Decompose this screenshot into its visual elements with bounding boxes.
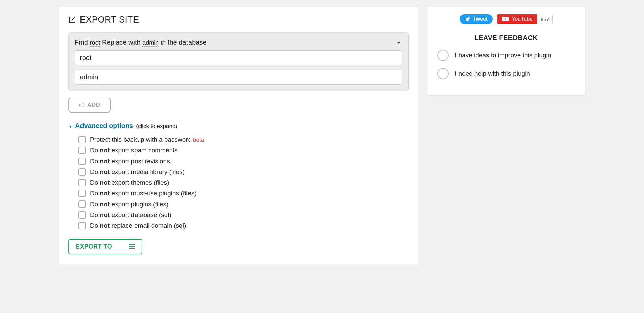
twitter-icon [465, 17, 471, 22]
chevron-down-icon[interactable] [395, 39, 402, 46]
advanced-option: Do not replace email domain (sql) [78, 220, 409, 231]
checkbox[interactable] [78, 179, 86, 186]
main-panel: EXPORT SITE Find root Replace with admin… [59, 7, 418, 264]
advanced-option: Do not export must-use plugins (files) [78, 188, 409, 199]
youtube-button[interactable]: YouTube [497, 14, 537, 24]
export-to-button[interactable]: EXPORT TO [68, 239, 142, 254]
find-replace-panel: Find root Replace with admin in the data… [68, 32, 409, 91]
checkbox[interactable] [78, 222, 86, 229]
option-label: Do not export media library (files) [90, 168, 185, 176]
feedback-options: I have ideas to improve this pluginI nee… [437, 50, 575, 79]
advanced-option: Do not export media library (files) [78, 167, 409, 177]
feedback-option[interactable]: I have ideas to improve this plugin [437, 50, 575, 61]
option-label: Do not replace email domain (sql) [90, 222, 186, 229]
youtube-count: 957 [537, 15, 553, 24]
advanced-option: Do not export themes (files) [78, 177, 409, 188]
checkbox[interactable] [78, 211, 86, 219]
find-replace-summary: Find root Replace with admin in the data… [75, 39, 207, 46]
page-title: EXPORT SITE [68, 14, 409, 25]
menu-icon [129, 244, 135, 249]
option-label: Protect this backup with a passwordbeta [90, 136, 204, 143]
tweet-button[interactable]: Tweet [460, 14, 493, 24]
find-replace-header[interactable]: Find root Replace with admin in the data… [75, 39, 402, 46]
radio-button[interactable] [437, 50, 449, 61]
option-label: Do not export database (sql) [90, 211, 171, 219]
advanced-option: Do not export database (sql) [78, 210, 409, 220]
option-label: Do not export must-use plugins (files) [90, 190, 197, 197]
feedback-option-label: I need help with this plugin [455, 70, 530, 77]
plus-circle-icon [79, 102, 85, 108]
beta-badge: beta [193, 137, 204, 143]
triangle-down-icon: ▼ [68, 124, 72, 129]
youtube-widget: YouTube 957 [497, 14, 553, 24]
checkbox[interactable] [78, 168, 86, 176]
feedback-option-label: I have ideas to improve this plugin [455, 52, 551, 59]
advanced-option: Do not export spam comments [78, 145, 409, 156]
replace-input[interactable] [75, 70, 402, 85]
checkbox[interactable] [78, 147, 86, 154]
find-input[interactable] [75, 50, 402, 65]
advanced-options-list: Protect this backup with a passwordbetaD… [68, 134, 409, 231]
option-label: Do not export post revisions [90, 158, 170, 165]
page-title-text: EXPORT SITE [80, 14, 139, 25]
option-label: Do not export themes (files) [90, 179, 169, 186]
export-icon [68, 16, 76, 24]
advanced-options-hint: (click to expand) [136, 123, 177, 130]
advanced-options-toggle[interactable]: ▼ Advanced options (click to expand) [68, 122, 409, 130]
advanced-option: Protect this backup with a passwordbeta [78, 134, 409, 145]
sidebar-panel: Tweet YouTube 957 LEAVE FEEDBACK I have … [427, 7, 585, 96]
option-label: Do not export plugins (files) [90, 200, 168, 208]
advanced-option: Do not export plugins (files) [78, 199, 409, 210]
youtube-icon [502, 17, 509, 21]
advanced-options-title: Advanced options [75, 122, 133, 130]
advanced-option: Do not export post revisions [78, 156, 409, 167]
checkbox[interactable] [78, 158, 86, 165]
checkbox[interactable] [78, 136, 86, 143]
feedback-heading: LEAVE FEEDBACK [437, 34, 575, 42]
radio-button[interactable] [437, 68, 449, 79]
checkbox[interactable] [78, 190, 86, 197]
add-button[interactable]: ADD [68, 98, 111, 113]
feedback-option[interactable]: I need help with this plugin [437, 68, 575, 79]
social-buttons: Tweet YouTube 957 [437, 14, 575, 24]
checkbox[interactable] [78, 200, 86, 208]
option-label: Do not export spam comments [90, 147, 178, 154]
